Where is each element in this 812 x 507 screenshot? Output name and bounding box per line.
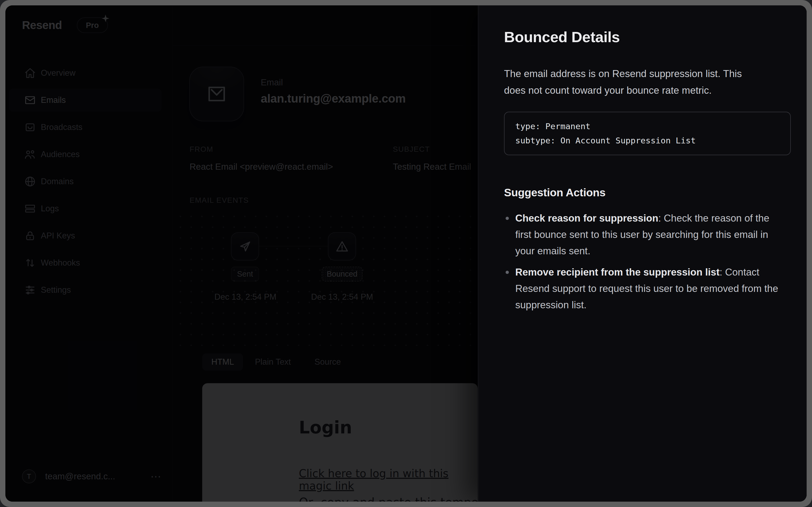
suggestion-item: Check reason for suppression: Check the …: [504, 210, 779, 259]
window-frame: Resend Pro Overview Emails Broadcasts Au…: [0, 0, 812, 507]
panel-description: The email address is on Resend suppressi…: [504, 65, 755, 99]
suggestions-list: Check reason for suppression: Check the …: [504, 210, 791, 313]
bullet-icon: [506, 217, 509, 220]
app-window: Resend Pro Overview Emails Broadcasts Au…: [5, 5, 807, 502]
panel-title: Bounced Details: [504, 28, 791, 46]
bounced-details-panel: Bounced Details The email address is on …: [478, 5, 807, 502]
overlay-backdrop[interactable]: [5, 5, 478, 502]
suggestions-title: Suggestion Actions: [504, 186, 791, 199]
suggestion-bold: Check reason for suppression: [515, 213, 658, 224]
suggestion-item: Remove recipient from the suppression li…: [504, 264, 779, 313]
suggestion-bold: Remove recipient from the suppression li…: [515, 267, 719, 278]
bounce-subtype-line: subtype: On Account Suppression List: [515, 133, 779, 148]
bullet-icon: [506, 271, 509, 274]
bounce-type-line: type: Permanent: [515, 119, 779, 133]
bounce-code-block: type: Permanent subtype: On Account Supp…: [504, 112, 791, 155]
